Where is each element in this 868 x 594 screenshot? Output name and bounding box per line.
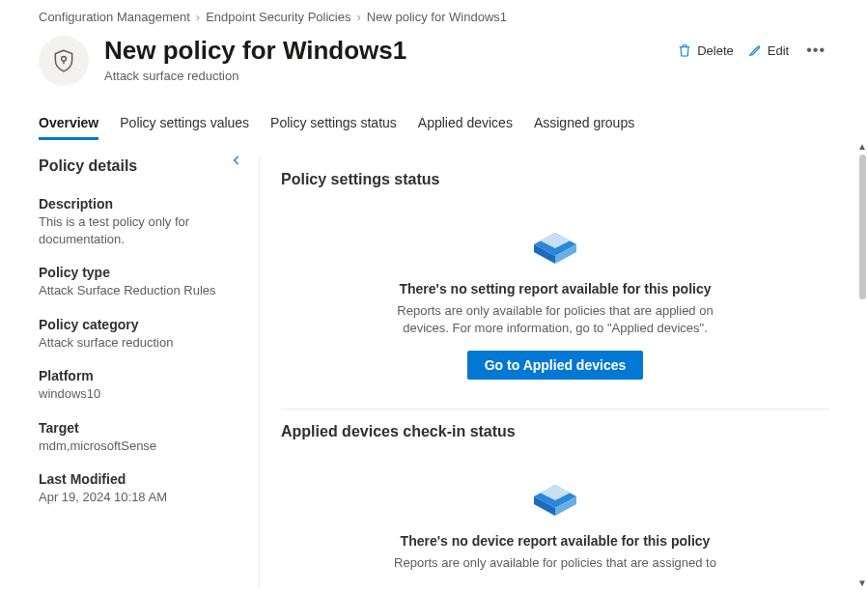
delete-label: Delete	[697, 43, 734, 58]
detail-platform: Platform windows10	[39, 368, 241, 403]
platform-value: windows10	[39, 385, 241, 403]
trash-icon	[677, 42, 692, 58]
breadcrumb-level1[interactable]: Configuration Management	[39, 10, 190, 24]
edit-label: Edit	[768, 43, 789, 58]
empty-devices-desc: Reports are only available for policies …	[391, 554, 719, 572]
main-panel: Policy settings status There's no settin…	[259, 157, 868, 589]
detail-policy-type: Policy type Attack Surface Reduction Rul…	[39, 265, 241, 299]
breadcrumb: Configuration Management › Endpoint Secu…	[0, 0, 868, 32]
policy-details-heading: Policy details	[39, 157, 241, 175]
policy-details-panel: Policy details Description This is a tes…	[39, 157, 241, 589]
breadcrumb-level3: New policy for Windows1	[367, 10, 507, 24]
policy-type-label: Policy type	[39, 265, 241, 280]
page-title: New policy for Windows1	[104, 36, 661, 66]
detail-policy-category: Policy category Attack surface reduction	[39, 317, 241, 352]
monitor-icon	[526, 221, 584, 269]
pencil-icon	[747, 42, 763, 58]
page-subtitle: Attack surface reduction	[104, 69, 661, 83]
empty-devices-report: There's no device report available for t…	[281, 450, 829, 589]
collapse-panel-button[interactable]	[230, 154, 243, 171]
policy-type-value: Attack Surface Reduction Rules	[39, 282, 241, 299]
scroll-up-arrow-icon[interactable]: ▲	[857, 141, 867, 152]
tab-applied-devices[interactable]: Applied devices	[418, 107, 513, 140]
policy-category-label: Policy category	[39, 317, 241, 332]
platform-label: Platform	[39, 368, 241, 383]
policy-category-value: Attack surface reduction	[39, 334, 241, 352]
section-applied-devices-checkin: Applied devices check-in status	[281, 423, 829, 440]
more-actions-button[interactable]: •••	[802, 42, 829, 59]
monitor-icon	[526, 473, 584, 522]
section-divider	[281, 409, 829, 410]
detail-target: Target mdm,microsoftSense	[39, 420, 241, 455]
scroll-down-arrow-icon[interactable]: ▼	[857, 578, 867, 588]
target-value: mdm,microsoftSense	[39, 438, 241, 455]
section-policy-settings-status: Policy settings status	[281, 171, 829, 188]
header-actions: Delete Edit •••	[677, 36, 829, 59]
tab-policy-settings-values[interactable]: Policy settings values	[120, 107, 249, 140]
empty-devices-title: There's no device report available for t…	[300, 533, 810, 549]
description-value: This is a test policy only for documenta…	[39, 213, 241, 247]
go-to-applied-devices-button[interactable]: Go to Applied devices	[467, 351, 644, 380]
last-modified-value: Apr 19, 2024 10:18 AM	[39, 489, 241, 506]
delete-button[interactable]: Delete	[677, 42, 734, 58]
description-label: Description	[39, 196, 241, 212]
header-title-block: New policy for Windows1 Attack surface r…	[104, 36, 661, 83]
edit-button[interactable]: Edit	[747, 42, 789, 58]
chevron-right-icon: ›	[356, 10, 360, 24]
scrollbar-thumb[interactable]	[859, 155, 866, 299]
detail-last-modified: Last Modified Apr 19, 2024 10:18 AM	[39, 471, 241, 506]
detail-description: Description This is a test policy only f…	[39, 196, 241, 247]
tab-policy-settings-status[interactable]: Policy settings status	[270, 107, 397, 140]
content-area: Policy details Description This is a tes…	[0, 140, 868, 589]
tab-overview[interactable]: Overview	[39, 107, 98, 140]
page-header: New policy for Windows1 Attack surface r…	[0, 32, 868, 98]
empty-settings-title: There's no setting report available for …	[300, 281, 810, 297]
breadcrumb-level2[interactable]: Endpoint Security Policies	[206, 10, 350, 24]
target-label: Target	[39, 420, 241, 436]
empty-settings-desc: Reports are only available for policies …	[391, 302, 719, 337]
last-modified-label: Last Modified	[39, 471, 241, 487]
tab-assigned-groups[interactable]: Assigned groups	[534, 107, 634, 140]
empty-settings-report: There's no setting report available for …	[281, 198, 829, 399]
policy-shield-icon	[39, 36, 89, 86]
chevron-right-icon: ›	[196, 10, 200, 24]
svg-point-0	[62, 56, 67, 61]
tabs-bar: Overview Policy settings values Policy s…	[0, 107, 868, 140]
scrollbar[interactable]	[859, 155, 866, 580]
